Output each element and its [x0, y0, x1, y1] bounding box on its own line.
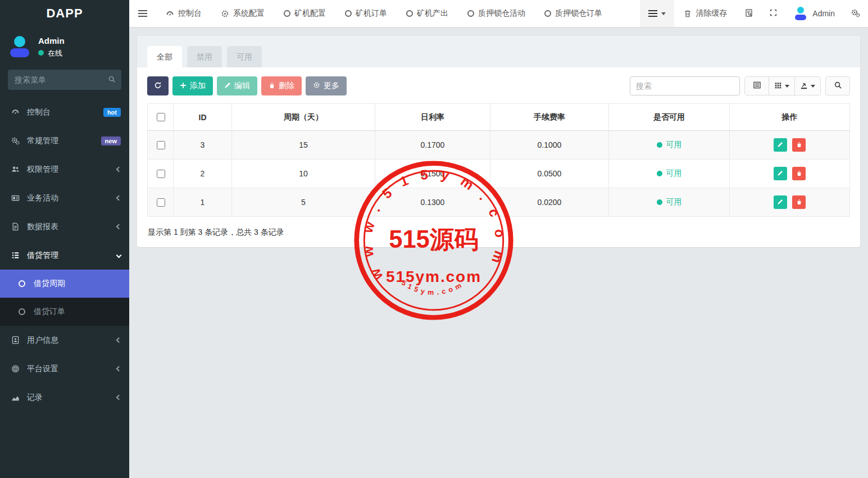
- user-name: Admin: [38, 35, 65, 48]
- address-book-icon: [8, 336, 22, 344]
- sidebar-item-records[interactable]: 记录: [0, 383, 129, 412]
- tab-disabled[interactable]: 禁用: [187, 46, 222, 67]
- view-button-group: [744, 76, 821, 95]
- trash-icon: [269, 81, 275, 90]
- search-icon[interactable]: [108, 75, 116, 85]
- topnav-item-staking-activity[interactable]: 质押锁仓活动: [458, 0, 535, 27]
- doc-search-button[interactable]: [737, 0, 761, 27]
- loan-period-card: 全部 禁用 可用 添加 编辑: [137, 36, 860, 247]
- row-edit-button[interactable]: [774, 167, 787, 180]
- circle-icon: [345, 10, 352, 17]
- row-delete-button[interactable]: [792, 167, 806, 180]
- topnav-item-dashboard[interactable]: 控制台: [156, 0, 211, 27]
- sidebar-item-loan-orders[interactable]: 借贷订单: [0, 298, 129, 326]
- topnav-item-miner-config[interactable]: 矿机配置: [274, 0, 335, 27]
- hamburger-icon: [138, 10, 147, 17]
- search-button[interactable]: [825, 76, 850, 95]
- cell-id: 2: [174, 160, 232, 188]
- tachometer-icon: [8, 108, 22, 116]
- row-checkbox[interactable]: [157, 170, 165, 178]
- loan-period-table: ID 周期（天） 日利率 手续费率 是否可用 操作 3 15: [147, 103, 850, 217]
- nav-menu-toggle-button[interactable]: [640, 0, 674, 27]
- sidebar-item-label: 数据报表: [27, 222, 117, 232]
- row-delete-button[interactable]: [792, 195, 806, 209]
- cell-id: 3: [174, 131, 232, 160]
- sidebar-item-loan-period[interactable]: 借贷周期: [0, 270, 129, 298]
- list-icon: [8, 251, 22, 260]
- add-button-label: 添加: [190, 81, 206, 91]
- cell-daily-rate: 0.1300: [375, 188, 490, 217]
- detail-view-button[interactable]: [745, 77, 769, 95]
- topnav-item-staking-orders[interactable]: 质押锁仓订单: [535, 0, 612, 27]
- clear-cache-button[interactable]: 清除缓存: [674, 0, 737, 27]
- gear-icon: [313, 81, 320, 90]
- topnav-item-label: 矿机订单: [356, 8, 387, 19]
- record-summary: 显示第 1 到第 3 条记录，总共 3 条记录: [147, 217, 850, 247]
- gear-icon: [221, 10, 229, 18]
- table-header-row: ID 周期（天） 日利率 手续费率 是否可用 操作: [148, 104, 850, 131]
- sidebar-item-general[interactable]: 常规管理 new: [0, 126, 129, 155]
- topnav-item-system-config[interactable]: 系统配置: [211, 0, 274, 27]
- sidebar-item-business[interactable]: 业务活动: [0, 184, 129, 212]
- sidebar-search: [8, 70, 121, 90]
- sidebar-item-label: 用户信息: [27, 335, 117, 345]
- sidebar-item-permissions[interactable]: 权限管理: [0, 155, 129, 184]
- row-checkbox[interactable]: [157, 198, 165, 207]
- topnav-item-label: 质押锁仓活动: [478, 8, 525, 19]
- sidebar-toggle-button[interactable]: [129, 0, 156, 27]
- more-button-label: 更多: [324, 81, 339, 91]
- avatar: [794, 7, 807, 20]
- topnav-item-miner-output[interactable]: 矿机产出: [397, 0, 458, 27]
- column-header-fee-rate: 手续费率: [490, 104, 609, 131]
- row-edit-button[interactable]: [774, 138, 787, 152]
- sidebar: DAPP Admin 在线 控制台 hot 常规管理 new 权: [0, 0, 129, 478]
- circle-icon: [406, 10, 413, 17]
- cell-period: 15: [232, 131, 375, 160]
- sidebar-item-user-info[interactable]: 用户信息: [0, 326, 129, 354]
- app-logo: DAPP: [0, 0, 129, 27]
- row-edit-button[interactable]: [774, 195, 787, 209]
- sidebar-item-reports[interactable]: 数据报表: [0, 212, 129, 241]
- status-badge: 可用: [657, 197, 682, 207]
- report-icon: [8, 222, 22, 231]
- delete-button-label: 删除: [279, 81, 294, 91]
- row-delete-button[interactable]: [792, 138, 806, 152]
- user-avatar: [8, 36, 31, 57]
- tab-all[interactable]: 全部: [147, 46, 182, 67]
- cell-daily-rate: 0.1700: [375, 131, 490, 160]
- delete-button[interactable]: 删除: [261, 76, 302, 95]
- column-header-period: 周期（天）: [232, 104, 375, 131]
- pencil-icon: [777, 198, 783, 207]
- columns-grid-icon: [774, 81, 782, 91]
- columns-button[interactable]: [769, 77, 794, 95]
- topnav-right: 清除缓存 Admin: [640, 0, 868, 27]
- settings-button[interactable]: [843, 0, 868, 27]
- admin-account-button[interactable]: Admin: [785, 0, 843, 27]
- sidebar-item-dashboard[interactable]: 控制台 hot: [0, 98, 129, 126]
- topnav-item-miner-orders[interactable]: 矿机订单: [335, 0, 397, 27]
- table-row: 1 5 0.1300 0.0200 可用: [148, 188, 850, 217]
- add-button[interactable]: 添加: [172, 76, 213, 95]
- export-button[interactable]: [794, 77, 820, 95]
- sidebar-item-platform-settings[interactable]: 平台设置: [0, 354, 129, 383]
- topnav-item-label: 矿机产出: [417, 8, 448, 19]
- edit-button[interactable]: 编辑: [217, 76, 257, 95]
- circle-icon: [544, 10, 551, 17]
- fullscreen-button[interactable]: [761, 0, 785, 27]
- table-row: 3 15 0.1700 0.1000 可用: [148, 131, 850, 160]
- more-button[interactable]: 更多: [306, 76, 347, 95]
- column-header-daily-rate: 日利率: [375, 104, 490, 131]
- sidebar-item-label: 平台设置: [27, 364, 117, 374]
- chevron-left-icon: [116, 395, 122, 400]
- column-header-id: ID: [174, 104, 232, 131]
- refresh-button[interactable]: [147, 76, 169, 95]
- select-all-cell: [148, 104, 174, 131]
- tab-enabled[interactable]: 可用: [227, 46, 262, 67]
- sidebar-search-input[interactable]: [8, 70, 121, 90]
- topnav-item-label: 控制台: [178, 8, 202, 19]
- row-checkbox[interactable]: [157, 141, 165, 149]
- refresh-icon: [154, 81, 162, 91]
- select-all-checkbox[interactable]: [157, 113, 165, 121]
- table-search-input[interactable]: [630, 76, 740, 95]
- sidebar-item-loans[interactable]: 借贷管理: [0, 241, 129, 270]
